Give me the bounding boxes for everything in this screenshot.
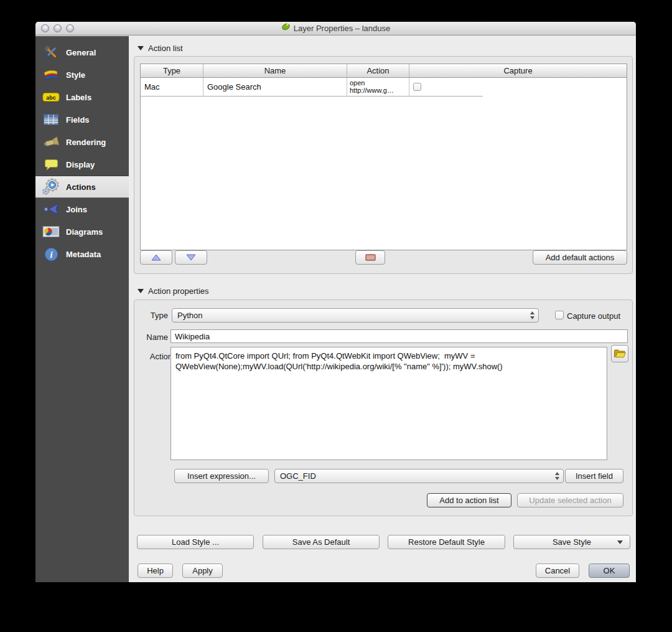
sidebar-item-style[interactable]: Style xyxy=(35,64,129,86)
save-style-dropdown-button[interactable]: Save Style xyxy=(513,535,630,549)
type-dropdown[interactable]: Python xyxy=(172,308,539,323)
browse-file-button[interactable] xyxy=(611,345,628,362)
speech-bubble-icon xyxy=(41,158,61,171)
svg-text:i: i xyxy=(50,249,52,259)
table-icon xyxy=(41,113,61,126)
cell-name: Google Search xyxy=(203,78,347,96)
column-header-capture[interactable]: Capture xyxy=(409,64,627,77)
sidebar-item-actions[interactable]: Actions xyxy=(35,176,129,198)
table-row[interactable]: Mac Google Search open http://www.g… xyxy=(141,78,627,96)
column-header-name[interactable]: Name xyxy=(203,64,347,77)
insert-field-button[interactable]: Insert field xyxy=(565,469,623,483)
folder-icon xyxy=(614,349,626,359)
apply-button[interactable]: Apply xyxy=(182,564,223,578)
collapse-triangle-icon xyxy=(138,289,144,293)
capture-output-label: Capture output xyxy=(567,311,635,321)
remove-icon xyxy=(365,254,376,261)
action-properties-section-header[interactable]: Action properties xyxy=(138,286,209,296)
paintbrush-icon xyxy=(41,135,61,149)
stepper-arrows-icon xyxy=(530,309,535,322)
action-list-section-header[interactable]: Action list xyxy=(138,44,183,53)
up-triangle-icon xyxy=(151,254,161,261)
insert-expression-button[interactable]: Insert expression... xyxy=(174,469,269,483)
actions-gear-icon xyxy=(41,177,61,197)
row-separator xyxy=(141,96,483,97)
action-textarea[interactable]: from PyQt4.QtCore import QUrl; from PyQt… xyxy=(170,347,607,460)
add-default-actions-button[interactable]: Add default actions xyxy=(533,250,627,265)
sidebar-item-display[interactable]: Display xyxy=(35,153,129,176)
cell-type: Mac xyxy=(141,78,203,96)
field-dropdown[interactable]: OGC_FID xyxy=(274,469,564,483)
info-icon: i xyxy=(41,247,61,262)
column-header-type[interactable]: Type xyxy=(141,64,203,77)
move-down-button[interactable] xyxy=(175,250,207,265)
traffic-lights xyxy=(41,24,74,32)
tools-icon xyxy=(41,44,61,60)
down-triangle-icon xyxy=(186,254,196,261)
capture-checkbox[interactable] xyxy=(413,83,421,91)
remove-action-button[interactable] xyxy=(355,250,385,265)
move-up-button[interactable] xyxy=(140,250,172,265)
title-bar[interactable]: Layer Properties – landuse xyxy=(35,22,636,35)
sidebar-item-diagrams[interactable]: Diagrams xyxy=(35,220,129,243)
layer-properties-window: Layer Properties – landuse General Style… xyxy=(35,22,636,582)
window-title: Layer Properties – landuse xyxy=(35,22,636,35)
close-button[interactable] xyxy=(41,24,49,32)
action-properties-groupbox: Type Python Capture output Name Wikipedi… xyxy=(134,299,633,516)
diagram-icon xyxy=(41,225,61,238)
action-list-groupbox: Type Name Action Capture Mac Google Sear… xyxy=(134,56,633,274)
sidebar-item-labels[interactable]: abc Labels xyxy=(35,86,129,108)
save-as-default-button[interactable]: Save As Default xyxy=(263,535,380,549)
name-label: Name xyxy=(139,333,168,342)
ok-button[interactable]: OK xyxy=(589,564,630,578)
sidebar-item-joins[interactable]: Joins xyxy=(35,198,129,220)
abc-label-icon: abc xyxy=(41,92,61,103)
sidebar-item-general[interactable]: General xyxy=(35,41,129,64)
zoom-button[interactable] xyxy=(66,24,74,32)
svg-text:abc: abc xyxy=(46,95,56,101)
table-header[interactable]: Type Name Action Capture xyxy=(141,64,627,78)
cell-capture xyxy=(409,78,627,96)
join-arrow-icon xyxy=(41,202,61,216)
column-header-action[interactable]: Action xyxy=(347,64,409,77)
sidebar: General Style abc Labels Fields Renderin… xyxy=(35,36,129,582)
cell-action: open http://www.g… xyxy=(347,78,409,96)
add-to-action-list-button[interactable]: Add to action list xyxy=(427,493,511,507)
help-button[interactable]: Help xyxy=(138,564,173,578)
collapse-triangle-icon xyxy=(138,46,144,50)
style-icon xyxy=(41,68,61,82)
qgis-logo-icon xyxy=(281,22,291,35)
restore-default-style-button[interactable]: Restore Default Style xyxy=(388,535,505,549)
sidebar-item-fields[interactable]: Fields xyxy=(35,108,129,131)
cancel-button[interactable]: Cancel xyxy=(536,564,579,578)
action-list-table[interactable]: Type Name Action Capture Mac Google Sear… xyxy=(140,64,627,250)
stepper-arrows-icon xyxy=(554,469,560,483)
sidebar-item-metadata[interactable]: i Metadata xyxy=(35,243,129,265)
minimize-button[interactable] xyxy=(54,24,62,32)
load-style-button[interactable]: Load Style ... xyxy=(137,535,254,549)
capture-output-checkbox[interactable] xyxy=(555,311,564,319)
sidebar-item-rendering[interactable]: Rendering xyxy=(35,131,129,153)
name-input[interactable]: Wikipedia xyxy=(170,329,628,343)
action-label: Action xyxy=(139,352,172,361)
type-label: Type xyxy=(139,311,168,320)
chevron-down-icon xyxy=(617,537,623,547)
update-selected-action-button[interactable]: Update selected action xyxy=(517,493,623,507)
actions-panel: Action list Type Name Action Capture Mac… xyxy=(129,36,636,582)
